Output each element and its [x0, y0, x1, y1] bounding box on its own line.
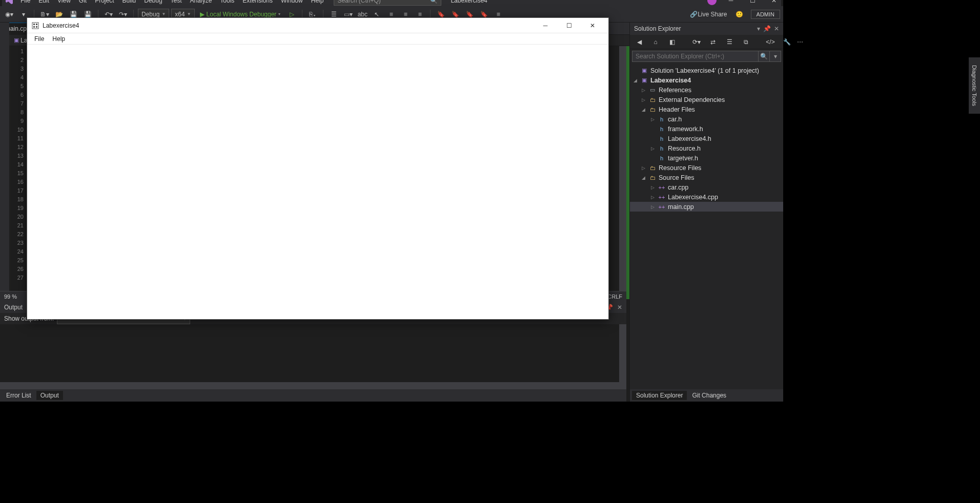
- app-menu-file[interactable]: File: [30, 35, 48, 43]
- search-submit-button[interactable]: 🔍: [759, 51, 770, 62]
- app-menubar: File Help: [27, 33, 608, 45]
- app-titlebar[interactable]: Labexercise4 ─ ☐ ✕: [27, 18, 608, 33]
- header-file-icon: h: [658, 144, 666, 153]
- tree-references[interactable]: ▷ ▭ References: [630, 85, 783, 95]
- sol-home-button[interactable]: ⌂: [649, 36, 662, 48]
- app-maximize-button[interactable]: ☐: [557, 18, 581, 33]
- app-minimize-button[interactable]: ─: [534, 18, 557, 33]
- editor-vertical-scrollbar[interactable]: [619, 46, 626, 299]
- menu-git[interactable]: Git: [75, 0, 91, 6]
- line-number: 19: [9, 204, 24, 213]
- admin-badge-button[interactable]: ADMIN: [751, 10, 780, 19]
- tree-solution-root[interactable]: ▶ ▣ Solution 'Labexercise4' (1 of 1 proj…: [630, 66, 783, 75]
- cpp-file-icon: ++: [658, 193, 666, 201]
- app-menu-help[interactable]: Help: [48, 35, 69, 43]
- output-horizontal-scrollbar[interactable]: [0, 382, 626, 389]
- folder-icon: 🗀: [648, 96, 657, 104]
- editor-zoom-level[interactable]: 99 %: [4, 294, 17, 300]
- line-number: 15: [9, 169, 24, 178]
- app-close-button[interactable]: ✕: [581, 18, 604, 33]
- menu-edit[interactable]: Edit: [34, 0, 53, 6]
- menu-window[interactable]: Window: [277, 0, 307, 6]
- sol-filter-button[interactable]: ⇄: [707, 36, 719, 48]
- expander-icon[interactable]: ▷: [649, 117, 656, 122]
- tree-project[interactable]: ◢ ▣ Labexercise4: [630, 75, 783, 85]
- tree-source-files[interactable]: ◢ 🗀 Source Files: [630, 173, 783, 182]
- titlebar-right-controls: ─ ☐ ✕: [707, 0, 781, 6]
- tree-file-car-cpp[interactable]: ▷ ++ car.cpp: [630, 182, 783, 192]
- search-options-button[interactable]: ▾: [770, 51, 781, 62]
- sol-back-button[interactable]: ◀: [633, 36, 645, 48]
- tree-file-labexercise4-h[interactable]: ▷ h Labexercise4.h: [630, 134, 783, 143]
- solution-icon: ▣: [640, 67, 648, 75]
- output-vertical-scrollbar[interactable]: [619, 324, 626, 382]
- menu-project[interactable]: Project: [91, 0, 118, 6]
- app-client-area[interactable]: [27, 45, 608, 319]
- sol-collapse-button[interactable]: ⧉: [740, 36, 752, 48]
- solution-tree[interactable]: ▶ ▣ Solution 'Labexercise4' (1 of 1 proj…: [630, 64, 783, 389]
- menu-view[interactable]: View: [53, 0, 75, 6]
- tree-file-resource-h[interactable]: ▷ h Resource.h: [630, 143, 783, 153]
- bottom-tab-error-list[interactable]: Error List: [2, 391, 35, 400]
- menu-test[interactable]: Test: [167, 0, 186, 6]
- expander-icon[interactable]: ▷: [640, 88, 646, 93]
- tree-header-files[interactable]: ◢ 🗀 Header Files: [630, 104, 783, 114]
- tree-file-main-cpp[interactable]: ▷ ++ main.cpp: [630, 202, 783, 212]
- tree-resource-files[interactable]: ▷ 🗀 Resource Files: [630, 163, 783, 173]
- svg-rect-3: [33, 26, 35, 28]
- window-close-button[interactable]: ✕: [767, 0, 781, 6]
- bottom-tab-git-changes[interactable]: Git Changes: [688, 391, 730, 400]
- tree-label: Labexercise4: [650, 77, 691, 84]
- user-avatar-icon[interactable]: [707, 0, 717, 5]
- global-search-input[interactable]: Search (Ctrl+Q) 🔍: [334, 0, 441, 6]
- expander-icon[interactable]: ◢: [632, 78, 638, 83]
- nav-back-button[interactable]: ◉▾: [3, 8, 15, 20]
- expander-icon[interactable]: ▷: [649, 185, 656, 190]
- expander-icon[interactable]: ▷: [640, 165, 646, 171]
- sol-code-button[interactable]: </>: [764, 36, 777, 48]
- line-number: 23: [9, 239, 24, 247]
- panel-pin-button[interactable]: 📌: [763, 25, 771, 32]
- expander-icon[interactable]: ▷: [649, 146, 656, 151]
- menu-help[interactable]: Help: [307, 0, 328, 6]
- tree-external-dependencies[interactable]: ▷ 🗀 External Dependencies: [630, 95, 783, 104]
- menu-file[interactable]: File: [16, 0, 34, 6]
- references-icon: ▭: [648, 86, 657, 94]
- expander-icon[interactable]: ▷: [640, 97, 646, 102]
- output-close-button[interactable]: ✕: [617, 304, 622, 311]
- editor-left-margin: [0, 23, 9, 299]
- sol-sync-button[interactable]: ⟳▾: [690, 36, 703, 48]
- feedback-button[interactable]: 🙂: [733, 8, 746, 20]
- sol-toolbar-overflow[interactable]: ⋯: [797, 38, 803, 46]
- menu-debug[interactable]: Debug: [140, 0, 166, 6]
- start-debugging-button[interactable]: ▶ Local Windows Debugger ▾: [197, 11, 284, 18]
- sol-properties-button[interactable]: 🔧: [781, 36, 793, 48]
- tree-file-labexercise4-cpp[interactable]: ▷ ++ Labexercise4.cpp: [630, 192, 783, 202]
- solution-explorer-search-input[interactable]: [632, 51, 759, 62]
- line-number: 18: [9, 195, 24, 204]
- tree-file-targetver-h[interactable]: ▷ h targetver.h: [630, 153, 783, 163]
- window-minimize-button[interactable]: ─: [724, 0, 738, 6]
- sol-show-all-button[interactable]: ☰: [723, 36, 736, 48]
- expander-icon[interactable]: ▷: [649, 195, 656, 200]
- bottom-tab-output[interactable]: Output: [36, 391, 63, 400]
- menu-build[interactable]: Build: [118, 0, 140, 6]
- panel-dropdown-button[interactable]: ▾: [757, 25, 760, 32]
- bottom-tab-solution-explorer[interactable]: Solution Explorer: [632, 391, 687, 400]
- tree-file-framework-h[interactable]: ▷ h framework.h: [630, 124, 783, 134]
- sol-switch-views-button[interactable]: ◧: [666, 36, 678, 48]
- expander-icon[interactable]: ◢: [640, 175, 646, 180]
- expander-icon[interactable]: ◢: [640, 107, 646, 112]
- menu-extensions[interactable]: Extensions: [238, 0, 277, 6]
- line-ending-indicator[interactable]: CRLF: [607, 294, 622, 300]
- output-body[interactable]: [0, 324, 626, 389]
- live-share-button[interactable]: 🔗 Live Share: [689, 8, 728, 20]
- panel-close-button[interactable]: ✕: [774, 25, 779, 32]
- tree-file-car-h[interactable]: ▷ h car.h: [630, 114, 783, 124]
- line-number: 2: [9, 56, 24, 65]
- diagnostic-tools-tab[interactable]: Diagnostic Tools: [969, 57, 980, 114]
- expander-icon[interactable]: ▷: [649, 204, 656, 209]
- menu-analyze[interactable]: Analyze: [186, 0, 216, 6]
- window-maximize-button[interactable]: ☐: [745, 0, 760, 6]
- menu-tools[interactable]: Tools: [216, 0, 238, 6]
